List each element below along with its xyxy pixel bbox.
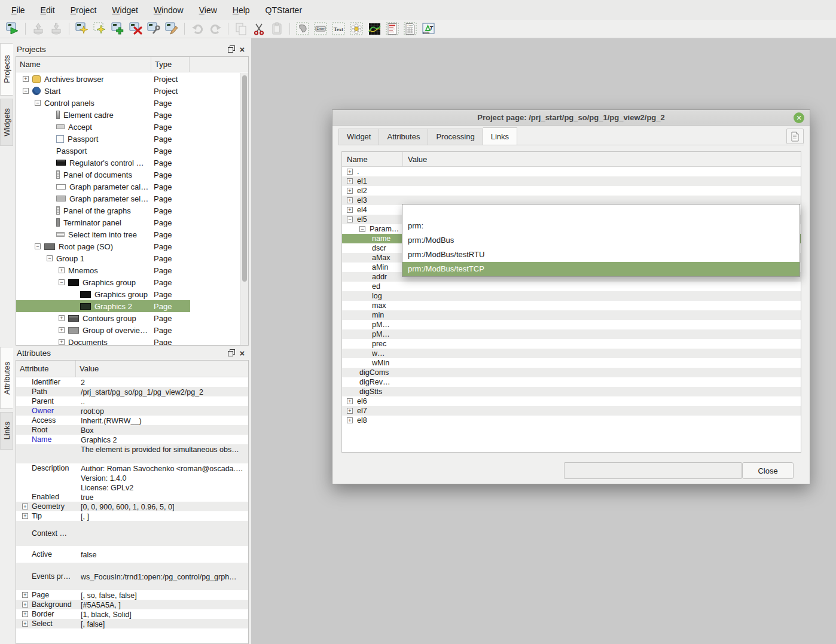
widget-value-icon[interactable]: TValue [419,21,437,37]
float-dock-icon[interactable] [226,44,237,54]
tree-item-panel-of-documents[interactable]: Panel of documentsPage [16,169,240,181]
attribute-row-description[interactable]: DescriptionAuthor: Roman Savochenko <rom… [16,463,248,492]
expand-plus-icon[interactable]: + [347,398,353,404]
link-row-ed[interactable]: ed [342,282,801,291]
expand-plus-icon[interactable]: + [347,408,353,414]
expand-plus-icon[interactable]: + [59,315,65,321]
attribute-row-enabled[interactable]: Enabledtrue [16,492,248,502]
expand-plus-icon[interactable]: + [347,207,353,213]
item-delete-icon[interactable] [127,21,145,37]
tree-item-control-panels[interactable]: −Control panelsPage [16,97,240,109]
link-row--[interactable]: +. [342,167,801,176]
link-row-digcoms[interactable]: digComs [342,368,801,377]
menu-edit[interactable]: Edit [33,1,63,19]
attribute-row-tip[interactable]: +Tip[, ] [16,511,248,521]
widget-protocol-icon[interactable] [383,21,401,37]
menu-help[interactable]: Help [225,1,258,19]
dropdown-option-prm-[interactable]: prm: [402,219,800,233]
library-new-icon[interactable] [73,21,91,37]
item-properties-icon[interactable] [145,21,163,37]
tree-item-select-item-into-tree[interactable]: Select item into treePage [16,228,240,240]
dropdown-option-prm-modbus[interactable]: prm:/ModBus [402,233,800,248]
tree-item-group-of-overvie-[interactable]: +Group of overvie…Page [16,324,240,336]
cut-icon[interactable] [250,21,268,37]
attribute-row-events-pr-[interactable]: Events pr…ws_FocusIn:/trnd1:open:/pg_con… [16,563,248,590]
link-row-pm-[interactable]: pM… [342,329,801,339]
widget-form-icon[interactable]: Enter [312,21,329,37]
link-row-el8[interactable]: +el8 [342,416,801,425]
sidebar-tab-widgets[interactable]: Widgets [0,99,13,146]
menu-view[interactable]: View [191,1,225,19]
tree-item-passport[interactable]: PassportPage [16,145,240,157]
dialog-tab-attributes[interactable]: Attributes [379,129,428,145]
dropdown-option-empty[interactable] [402,205,800,219]
expand-plus-icon[interactable]: + [347,169,353,175]
tree-item-panel-of-the-graphs[interactable]: Panel of the graphsPage [16,205,240,216]
tree-item-graph-parameter-cal-[interactable]: Graph parameter cal…Page [16,181,240,193]
link-row-min[interactable]: min [342,310,801,320]
db-save-icon[interactable] [47,21,65,37]
expand-plus-icon[interactable]: + [22,503,28,509]
attribute-row-description-text[interactable]: The element is provided for simultaneous… [16,444,248,463]
column-header-type[interactable]: Type [151,57,190,72]
expand-plus-icon[interactable]: + [59,327,65,333]
link-row-el7[interactable]: +el7 [342,406,801,416]
dialog-close-button[interactable]: Close [742,462,794,479]
expand-plus-icon[interactable]: + [23,76,29,82]
attribute-row-context-[interactable]: Context … [16,521,248,546]
expand-minus-icon[interactable]: − [59,279,65,285]
dialog-tab-processing[interactable]: Processing [428,129,483,145]
widget-document-icon[interactable]: Order [401,21,419,37]
tree-item-archives-browser[interactable]: +Archives browserProject [16,73,240,85]
paste-icon[interactable] [268,21,286,37]
sidebar-tab-projects[interactable]: Projects [0,43,13,96]
menu-project[interactable]: Project [63,1,105,19]
expand-minus-icon[interactable]: − [35,100,41,106]
tree-item-graphics-2[interactable]: Graphics 2Page [16,300,240,312]
column-header-attribute[interactable]: Attribute [16,361,76,377]
dialog-status-field[interactable] [564,462,742,479]
close-dock-icon[interactable]: × [237,44,248,54]
tree-item-start[interactable]: −StartProject [16,85,240,97]
undo-icon[interactable] [188,21,206,37]
widget-text-icon[interactable]: Text [329,21,347,37]
library-new-dashed-icon[interactable] [91,21,109,37]
expand-minus-icon[interactable]: − [47,255,53,261]
tree-item-contours-group[interactable]: +Contours groupPage [16,312,240,324]
attribute-row-identifier[interactable]: Identifier2 [16,377,248,387]
scrollbar-thumb[interactable] [242,75,247,282]
load-project-icon[interactable] [4,21,22,37]
tree-item-accept[interactable]: AcceptPage [16,121,240,133]
tree-item-graphics-group[interactable]: Graphics groupPage [16,288,240,300]
dialog-close-icon[interactable]: ✕ [794,112,804,123]
column-header-value[interactable]: Value [76,361,248,377]
link-row-digrev-[interactable]: digRev… [342,377,801,387]
link-row-el1[interactable]: +el1 [342,176,801,186]
expand-plus-icon[interactable]: + [22,592,28,598]
menu-widget[interactable]: Widget [104,1,146,19]
item-add-icon[interactable] [109,21,127,37]
widget-media-icon[interactable] [347,21,365,37]
tree-item-root-page-so-[interactable]: −Root page (SO)Page [16,240,240,252]
tree-item-mnemos[interactable]: +MnemosPage [16,264,240,276]
expand-plus-icon[interactable]: + [347,197,353,203]
dropdown-option-prm-modbus-testtcp[interactable]: prm:/ModBus/testTCP [402,262,800,276]
expand-plus-icon[interactable]: + [22,621,28,627]
expand-plus-icon[interactable]: + [347,188,353,194]
attribute-row-root[interactable]: RootBox [16,425,248,435]
dialog-titlebar[interactable]: Project page: /prj_start/pg_so/pg_1/pg_v… [332,110,810,126]
tree-item-passport[interactable]: PassportPage [16,133,240,145]
dropdown-option-prm-modbus-testrtu[interactable]: prm:/ModBus/testRTU [402,248,800,262]
db-load-icon[interactable] [29,21,47,37]
attribute-row-active[interactable]: Activefalse [16,546,248,563]
link-row-el6[interactable]: +el6 [342,396,801,406]
link-row-digstts[interactable]: digStts [342,387,801,396]
tree-item-regulator-s-control-[interactable]: Regulator's control …Page [16,157,240,169]
link-row-pm-[interactable]: pM… [342,320,801,329]
expand-plus-icon[interactable]: + [347,178,353,184]
column-header-value[interactable]: Value [403,155,427,164]
tree-item-group-1[interactable]: −Group 1Page [16,252,240,264]
attribute-row-path[interactable]: Path/prj_start/pg_so/pg_1/pg_view2/pg_2 [16,387,248,396]
tree-item-graph-parameter-sel-[interactable]: Graph parameter sel…Page [16,193,240,205]
expand-plus-icon[interactable]: + [59,339,65,345]
